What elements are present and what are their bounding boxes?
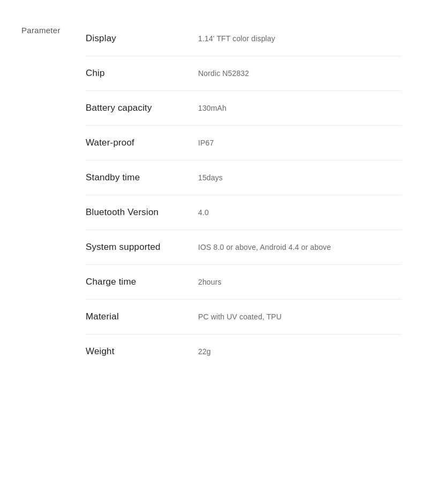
param-row: Battery capacity130mAh (86, 91, 402, 126)
param-label: Material (86, 311, 198, 322)
param-label: Bluetooth Version (86, 207, 198, 218)
param-value: PC with UV coated, TPU (198, 311, 402, 321)
params-rows: Display1.14' TFT color displayChipNordic… (86, 21, 402, 369)
param-value: 4.0 (198, 207, 402, 217)
param-value: IOS 8.0 or above, Android 4.4 or above (198, 242, 402, 251)
param-label: Water-proof (86, 138, 198, 148)
param-row: MaterialPC with UV coated, TPU (86, 300, 402, 334)
param-label: Chip (86, 68, 198, 79)
param-label: Weight (86, 346, 198, 357)
params-table: Parameter Display1.14' TFT color display… (21, 16, 402, 369)
param-value: 22g (198, 346, 402, 356)
param-row: ChipNordic N52832 (86, 56, 402, 91)
param-label: Standby time (86, 172, 198, 183)
param-row: Charge time2hours (86, 265, 402, 300)
param-row: Bluetooth Version4.0 (86, 195, 402, 230)
section-label: Parameter (21, 21, 86, 369)
param-label: Display (86, 33, 198, 44)
param-row: Water-proofIP67 (86, 126, 402, 161)
param-label: System supported (86, 242, 198, 253)
param-row: System supportedIOS 8.0 or above, Androi… (86, 230, 402, 265)
param-label: Battery capacity (86, 103, 198, 113)
param-value: 2hours (198, 277, 402, 286)
param-value: 15days (198, 172, 402, 182)
param-value: Nordic N52832 (198, 68, 402, 78)
param-label: Charge time (86, 277, 198, 287)
page-container: Parameter Display1.14' TFT color display… (0, 0, 423, 504)
param-value: IP67 (198, 138, 402, 147)
param-value: 1.14' TFT color display (198, 33, 402, 43)
param-row: Standby time15days (86, 161, 402, 195)
param-row: Weight22g (86, 334, 402, 369)
param-row: Display1.14' TFT color display (86, 21, 402, 56)
param-value: 130mAh (198, 103, 402, 112)
